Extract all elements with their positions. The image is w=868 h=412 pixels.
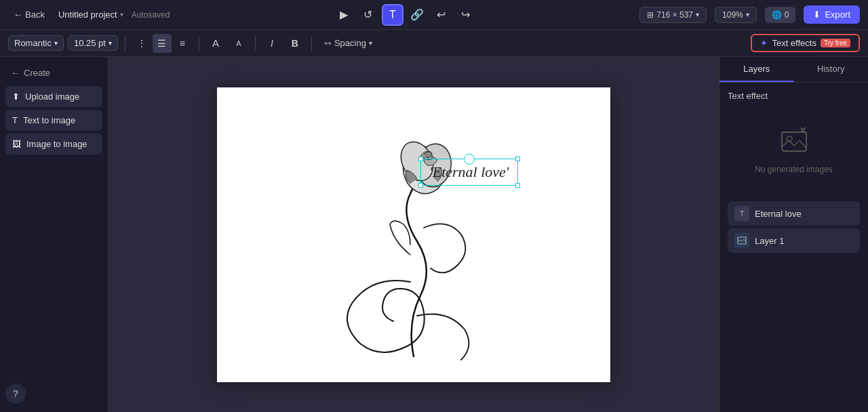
svg-rect-3 (782, 132, 806, 151)
layer-img-svg (737, 236, 747, 245)
select-tool-button[interactable]: ▶ (333, 4, 355, 26)
globe-icon: 🌐 (772, 10, 782, 20)
fontsize-chevron-icon: ▾ (108, 39, 112, 47)
layer-item-text[interactable]: T Eternal love (728, 201, 860, 226)
canvas-size-chevron-icon: ▾ (696, 11, 699, 18)
font-size-up-button[interactable]: A (206, 34, 225, 53)
back-button[interactable]: ← Back (8, 7, 50, 22)
canvas-wrapper[interactable]: 'Eternal love' (217, 87, 610, 382)
align-center-button[interactable]: ☰ (153, 34, 172, 53)
canvas-text: 'Eternal love' (429, 163, 509, 180)
spacing-button[interactable]: ⇿ Spacing ▾ (319, 35, 378, 51)
export-button[interactable]: ⬇ Export (804, 5, 860, 24)
layer-image-label: Layer 1 (755, 236, 784, 246)
font-size-up-icon: A (212, 37, 219, 49)
text-effects-button[interactable]: ✦ Text effects Try free (751, 34, 860, 52)
autosaved-label: Autosaved (132, 10, 170, 20)
italic-icon: I (271, 38, 273, 49)
link-button[interactable]: 🔗 (406, 4, 428, 26)
create-header: ← Create (5, 65, 102, 83)
no-images-area: No generated images (728, 112, 860, 188)
handle-top-left[interactable] (418, 157, 423, 161)
right-panel: Text effect No generated images T Etern (719, 83, 868, 412)
handle-top-right[interactable] (515, 157, 520, 161)
project-name[interactable]: Untitled project ▾ (58, 9, 123, 20)
divider-2 (199, 36, 199, 51)
align-left-icon: ⋮ (137, 38, 146, 49)
chevron-down-icon: ▾ (120, 11, 123, 18)
spacing-icon: ⇿ (324, 38, 332, 48)
zoom-control[interactable]: 109% ▾ (715, 7, 757, 23)
placeholder-svg (779, 127, 809, 157)
canvas-size-icon: ⊞ (647, 10, 654, 20)
text-to-image-icon: T (12, 115, 18, 125)
help-button[interactable]: ? (5, 384, 26, 404)
align-right-icon: ≡ (180, 38, 185, 49)
zoom-chevron-icon: ▾ (746, 11, 749, 18)
text-tool-icon: T (389, 9, 396, 21)
ai-icon: ✦ (760, 38, 768, 48)
text-effect-label: Text effect (728, 91, 860, 101)
canvas-art: 'Eternal love' (217, 87, 610, 382)
tab-history[interactable]: History (794, 57, 869, 82)
tab-layers[interactable]: Layers (719, 57, 794, 82)
font-family-selector[interactable]: Romantic ▾ (8, 35, 64, 51)
text-selection-box[interactable]: 'Eternal love' (420, 159, 518, 186)
format-bar: Romantic ▾ 10.25 pt ▾ ⋮ ☰ ≡ A A I B ⇿ Sp… (0, 30, 868, 57)
layer-image-icon (734, 233, 749, 248)
upload-image-button[interactable]: ⬆ Upload image (5, 86, 102, 107)
redo-arrow-icon: ↪ (461, 8, 470, 21)
undo-icon: ↺ (363, 8, 372, 21)
spacing-chevron-icon: ▾ (369, 39, 372, 47)
image-to-image-button[interactable]: 🖼 Image to image (5, 133, 102, 154)
text-to-image-button[interactable]: T Text to image (5, 110, 102, 131)
right-tabs: Layers History (719, 57, 868, 83)
canvas-area: 'Eternal love' (108, 57, 719, 412)
right-sidebar: Layers History Text effect No generated … (719, 57, 868, 412)
select-icon: ▶ (340, 8, 348, 21)
notif-count: 0 (785, 10, 789, 20)
undo-arrow-icon: ↩ (437, 8, 446, 21)
layers-section: T Eternal love Layer 1 (728, 201, 860, 253)
link-icon: 🔗 (410, 8, 424, 21)
handle-bottom-left[interactable] (418, 183, 423, 188)
font-size-selector[interactable]: 10.25 pt ▾ (68, 35, 118, 51)
layer-item-image[interactable]: Layer 1 (728, 228, 860, 253)
bold-button[interactable]: B (285, 34, 304, 53)
font-size-down-icon: A (236, 39, 241, 47)
undo-action-button[interactable]: ↩ (431, 4, 452, 26)
zoom-level: 109% (722, 10, 743, 20)
back-arrow-icon: ← (14, 9, 22, 20)
align-center-icon: ☰ (157, 38, 166, 49)
text-tool-button[interactable]: T (382, 4, 403, 26)
try-free-badge: Try free (821, 39, 850, 47)
create-arrow-icon: ← (11, 68, 20, 78)
canvas-svg (292, 106, 536, 363)
left-sidebar: ← Create ⬆ Upload image T Text to image … (0, 57, 108, 412)
divider-3 (255, 36, 256, 51)
layer-text-label: Eternal love (755, 209, 802, 219)
image-to-image-icon: 🖼 (12, 139, 21, 149)
italic-button[interactable]: I (262, 34, 281, 53)
bold-icon: B (292, 38, 298, 49)
upload-icon: ⬆ (12, 91, 20, 102)
undo-button[interactable]: ↺ (357, 4, 379, 26)
no-images-text: No generated images (755, 165, 833, 174)
help-icon: ? (13, 388, 18, 399)
font-size-down-button[interactable]: A (229, 34, 248, 53)
no-images-icon (778, 125, 810, 158)
redo-action-button[interactable]: ↪ (455, 4, 477, 26)
align-left-button[interactable]: ⋮ (132, 34, 151, 53)
canvas-size-selector[interactable]: ⊞ 716 × 537 ▾ (639, 7, 707, 23)
text-align-group: ⋮ ☰ ≡ (132, 34, 192, 53)
export-icon: ⬇ (813, 9, 821, 20)
align-right-button[interactable]: ≡ (173, 34, 192, 53)
notification-button[interactable]: 🌐 0 (765, 7, 796, 23)
toolbar-icons: ▶ ↺ T 🔗 ↩ ↪ (333, 4, 477, 26)
main-area: ← Create ⬆ Upload image T Text to image … (0, 57, 868, 412)
handle-bottom-right[interactable] (515, 183, 520, 188)
top-bar: ← Back Untitled project ▾ Autosaved ▶ ↺ … (0, 0, 868, 30)
font-chevron-icon: ▾ (54, 39, 58, 47)
divider-1 (125, 36, 125, 51)
divider-4 (311, 36, 312, 51)
